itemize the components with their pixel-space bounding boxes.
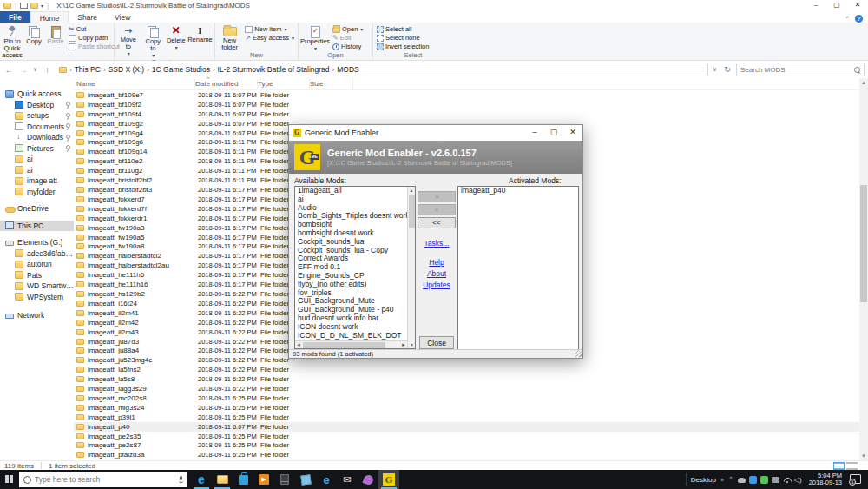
deactivate-all-button[interactable]: <<	[418, 217, 456, 228]
delete-button[interactable]: ✕ Delete▾	[166, 23, 187, 58]
sidebar-item-this-pc[interactable]: This PC	[0, 221, 74, 232]
up-button[interactable]: ↑	[42, 65, 53, 75]
address-dropdown-chevron-icon[interactable]: ∨	[711, 66, 719, 73]
taskbar-file-explorer-icon[interactable]	[212, 470, 233, 489]
breadcrumb[interactable]: › This PC › SSD X (X:) › 1C Game Studios…	[56, 63, 708, 76]
sidebar-item-pictures[interactable]: Pictures	[0, 143, 74, 155]
sidebar-item-myfolder[interactable]: myfolder	[0, 187, 74, 198]
copy-button[interactable]: Copy	[23, 23, 44, 59]
file-row[interactable]: imageatt_pe2s352018-09-11 6:25 PMFile fo…	[74, 432, 859, 441]
column-header-name[interactable]: Name	[74, 79, 195, 89]
copy-to-button[interactable]: Copy to▾	[141, 23, 165, 58]
paste-shortcut-button[interactable]: Paste shortcut	[67, 43, 122, 51]
sidebar-item-downloads[interactable]: Downloads	[0, 132, 74, 143]
activated-mods-list[interactable]: imageatt_p40	[457, 186, 579, 353]
sidebar-item-onedrive[interactable]: OneDrive	[0, 203, 74, 215]
help-link[interactable]: Help	[429, 258, 444, 267]
available-mods-hscrollbar[interactable]: ◄ ►	[295, 340, 407, 348]
taskbar-store-icon[interactable]	[233, 470, 253, 489]
file-row[interactable]: imageatt_bf109e72018-09-11 6:07 PMFile f…	[74, 90, 859, 100]
scroll-down-icon[interactable]: ▼	[408, 341, 416, 348]
available-mod-item[interactable]: 1imageatt_all	[295, 187, 407, 195]
close-button[interactable]: ✕	[847, 0, 868, 11]
column-header-type[interactable]: Type	[258, 79, 310, 89]
updates-link[interactable]: Updates	[423, 281, 450, 289]
scroll-down-icon[interactable]: ▼	[859, 452, 868, 460]
taskbar-internet-explorer-icon[interactable]: e	[316, 470, 337, 489]
file-row[interactable]: imageatt_bf109f42018-09-11 6:07 PMFile f…	[74, 109, 859, 119]
taskbar-jsgme-icon[interactable]: G	[378, 470, 399, 489]
collapse-ribbon-chevron-icon[interactable]: ⌃	[845, 16, 850, 23]
qat-properties-icon[interactable]	[20, 3, 28, 9]
file-row[interactable]: imageatt_bf109f22018-09-11 6:07 PMFile f…	[74, 100, 859, 109]
sidebar-item-ai[interactable]: ai	[0, 165, 74, 176]
large-icons-view-toggle-icon[interactable]	[846, 462, 858, 470]
tab-share[interactable]: Share	[69, 11, 106, 23]
file-row[interactable]: imageatt_mc202s82018-09-11 6:25 PMFile f…	[74, 393, 859, 403]
properties-button[interactable]: Properties▾	[300, 23, 330, 51]
sidebar-item-desktop[interactable]: Desktop	[0, 100, 74, 111]
move-to-button[interactable]: ➝ Move to▾	[116, 23, 141, 58]
dialog-close-button[interactable]: ✕	[563, 125, 582, 141]
file-list-scrollbar[interactable]: ▲ ▼	[859, 78, 868, 460]
search-input[interactable]	[740, 66, 854, 74]
back-button[interactable]: ←	[3, 65, 15, 75]
search-box[interactable]	[736, 63, 865, 76]
dialog-titlebar[interactable]: G Generic Mod Enabler – ▢ ✕	[289, 125, 582, 141]
new-item-button[interactable]: New item▾	[243, 25, 296, 34]
scroll-up-icon[interactable]: ▲	[859, 78, 868, 87]
file-row[interactable]: imageatt_p402018-09-11 6:07 PMFile folde…	[74, 422, 859, 432]
scrollbar-thumb[interactable]	[303, 342, 385, 348]
activated-mod-item[interactable]: imageatt_p40	[458, 187, 578, 195]
tab-file[interactable]: File	[0, 11, 30, 23]
taskbar-edge-icon[interactable]: e	[191, 470, 212, 489]
scroll-up-icon[interactable]: ▲	[408, 187, 415, 194]
refresh-icon[interactable]: ↻	[721, 65, 733, 74]
copy-path-button[interactable]: Copy path	[67, 34, 122, 43]
sidebar-item-autorun[interactable]: autorun	[0, 259, 74, 270]
open-button[interactable]: Open▾	[331, 25, 365, 34]
paste-button[interactable]: Paste	[45, 23, 66, 59]
minimize-button[interactable]: –	[806, 0, 826, 11]
taskbar-mail-icon[interactable]: ✉	[337, 470, 358, 489]
sidebar-item-network[interactable]: Network	[0, 310, 74, 321]
about-link[interactable]: About	[427, 269, 446, 278]
action-center-icon[interactable]: 1	[849, 473, 863, 486]
forward-button[interactable]: →	[17, 65, 29, 75]
pin-to-quick-access-button[interactable]: Pin to Quick access	[2, 23, 23, 59]
taskbar-paint-3d-icon[interactable]	[358, 470, 378, 489]
file-row[interactable]: imageatt_la5fns22018-09-11 6:22 PMFile f…	[74, 365, 859, 374]
desktop-toolbar-label[interactable]: Desktop	[691, 476, 716, 484]
sidebar-item-wpsystem[interactable]: WPSystem	[0, 292, 74, 303]
available-mods-list[interactable]: 1imageatt_allaiAudioBomb_Sights_Triples …	[294, 186, 416, 349]
file-row[interactable]: imageatt_la5s82018-09-11 6:22 PMFile fol…	[74, 374, 859, 384]
available-mod-item[interactable]: ICON_D_D_NL_SM_BLK_DOT	[295, 332, 407, 340]
edit-button[interactable]: ✎Edit	[331, 34, 365, 43]
sidebar-item-wd-smartware-pro[interactable]: WD Smartware Pro	[0, 281, 74, 292]
file-row[interactable]: imageatt_mig3s242018-09-11 6:25 PMFile f…	[74, 403, 859, 413]
activate-mod-button[interactable]: >	[418, 191, 456, 202]
tray-check-icon[interactable]	[749, 476, 757, 484]
breadcrumb-mods[interactable]: MODS	[337, 65, 359, 74]
details-view-toggle-icon[interactable]	[833, 462, 845, 470]
available-mods-vscrollbar[interactable]: ▲ ▼	[407, 187, 415, 348]
dialog-maximize-button[interactable]: ▢	[544, 125, 563, 141]
sidebar-item-pats[interactable]: Pats	[0, 270, 74, 281]
dialog-minimize-button[interactable]: –	[525, 125, 544, 141]
select-none-button[interactable]: Select none	[375, 34, 431, 43]
rename-button[interactable]: I Rename	[187, 23, 213, 58]
taskbar-clock[interactable]: 5:04 PM 2018-09-13	[806, 472, 845, 486]
breadcrumb-this-pc[interactable]: This PC	[75, 65, 101, 74]
file-row[interactable]: imageatt_p39l12018-09-11 6:25 PMFile fol…	[74, 413, 859, 422]
recent-locations-chevron-icon[interactable]: ∨	[31, 66, 39, 73]
qat-customize-chevron-icon[interactable]: ▾	[41, 3, 43, 9]
tray-device-icon[interactable]	[772, 477, 779, 483]
invert-selection-button[interactable]: Invert selection	[375, 43, 431, 51]
cut-button[interactable]: ✂Cut	[67, 25, 122, 34]
taskbar-photos-icon[interactable]	[295, 470, 316, 489]
file-row[interactable]: imageatt_pfalzd3a2018-09-11 6:25 PMFile …	[74, 450, 859, 459]
sidebar-item-documents[interactable]: Documents	[0, 122, 74, 133]
taskbar-calculator-icon[interactable]	[274, 470, 295, 489]
taskbar-movies-tv-icon[interactable]: ▶	[253, 470, 274, 489]
maximize-button[interactable]: ▢	[826, 0, 847, 11]
